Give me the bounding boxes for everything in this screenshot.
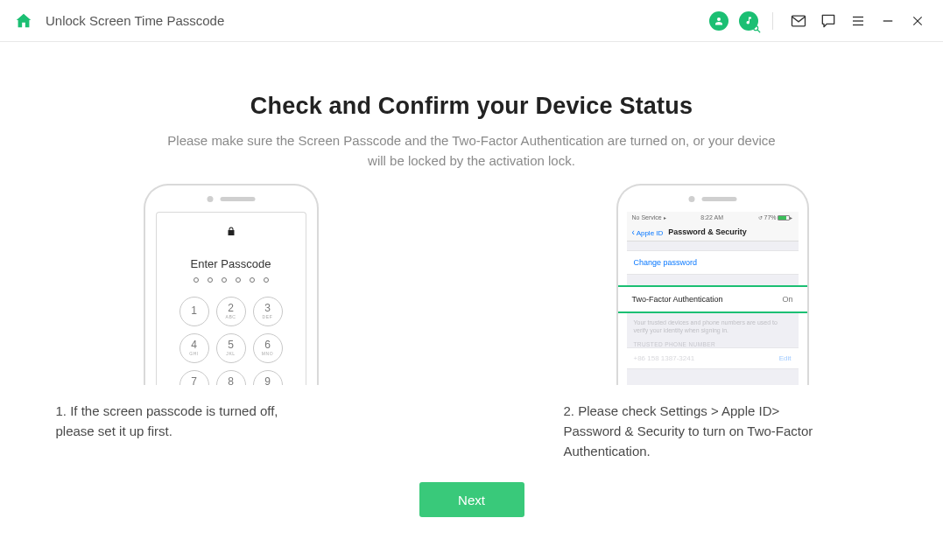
keypad: 1 2ABC 3DEF 4GHI 5JKL 6MNO 7PQRS 8TUV 9W… [157, 297, 306, 385]
content-area: Check and Confirm your Device Status Ple… [0, 93, 943, 560]
svg-line-1 [757, 30, 760, 32]
music-search-icon[interactable] [735, 8, 762, 34]
minimize-button[interactable] [875, 8, 901, 34]
trusted-phone-header: TRUSTED PHONE NUMBER [627, 336, 799, 347]
two-factor-auth-row: Two-Factor Authentication On [616, 285, 809, 313]
tfa-value: On [782, 295, 792, 304]
titlebar: Unlock Screen Time Passcode [0, 0, 943, 42]
next-button[interactable]: Next [419, 482, 524, 517]
main-subheading: Please make sure the Screen Passcode and… [165, 130, 778, 172]
separator [772, 12, 773, 30]
home-icon[interactable] [14, 11, 33, 31]
main-heading: Check and Confirm your Device Status [0, 93, 943, 120]
ios-status-bar: No Service ▸ 8:22 AM ↺ 77% ▸ [627, 212, 799, 224]
phone-passcode-illustration: Enter Passcode 1 2ABC 3DEF 4GHI 5JKL 6MN… [144, 184, 319, 385]
step1-column: Enter Passcode 1 2ABC 3DEF 4GHI 5JKL 6MN… [91, 178, 371, 462]
navbar-title: Password & Security [668, 228, 747, 236]
step2-caption: 2. Please check Settings > Apple ID> Pas… [564, 401, 818, 462]
page-title: Unlock Screen Time Passcode [46, 13, 224, 28]
mail-icon[interactable] [785, 8, 812, 34]
close-button[interactable] [904, 8, 931, 34]
navbar-back: ‹ Apple ID [632, 228, 664, 237]
step1-caption: 1. If the screen passcode is turned off,… [56, 401, 301, 442]
lock-icon [157, 225, 306, 240]
menu-icon[interactable] [845, 8, 871, 34]
account-icon[interactable] [706, 8, 732, 34]
passcode-dots [157, 277, 306, 283]
trusted-devices-note: Your trusted devices and phone numbers a… [627, 313, 799, 336]
phone-2fa-illustration: No Service ▸ 8:22 AM ↺ 77% ▸ ‹ Apple ID … [616, 184, 809, 385]
enter-passcode-label: Enter Passcode [157, 257, 306, 270]
change-password-cell: Change password [627, 250, 799, 275]
step2-column: No Service ▸ 8:22 AM ↺ 77% ▸ ‹ Apple ID … [573, 178, 853, 462]
ios-navbar: ‹ Apple ID Password & Security [627, 224, 799, 242]
tfa-label: Two-Factor Authentication [632, 295, 723, 304]
feedback-icon[interactable] [815, 8, 841, 34]
trusted-phone-row: +86 158 1387-3241 Edit [627, 347, 799, 369]
